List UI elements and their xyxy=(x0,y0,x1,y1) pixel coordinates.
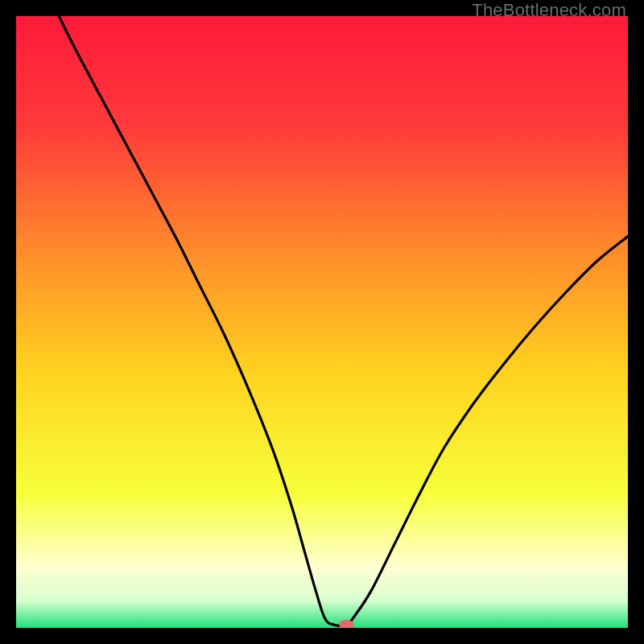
watermark-text: TheBottleneck.com xyxy=(472,0,626,21)
chart-plot xyxy=(16,16,628,628)
chart-frame xyxy=(16,16,628,628)
